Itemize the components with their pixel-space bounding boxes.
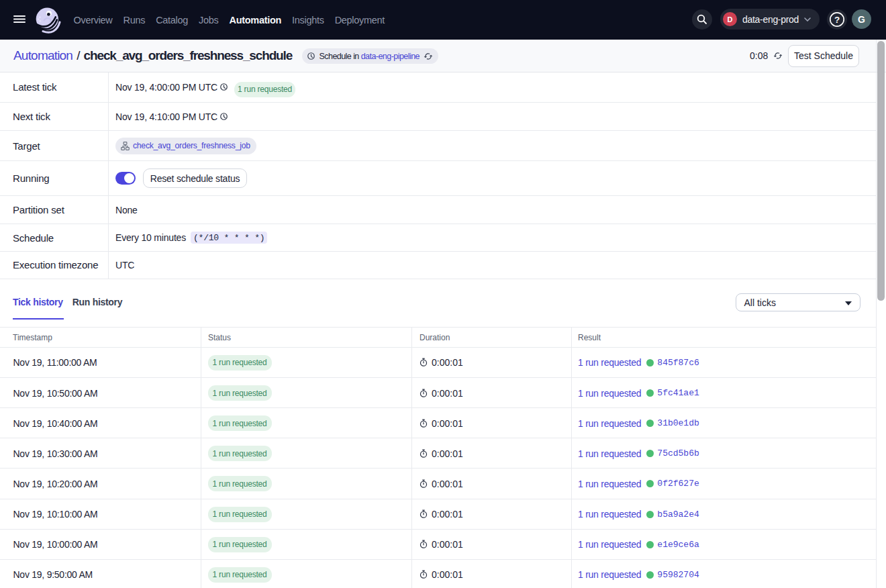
svg-text:?: ? xyxy=(834,15,840,25)
